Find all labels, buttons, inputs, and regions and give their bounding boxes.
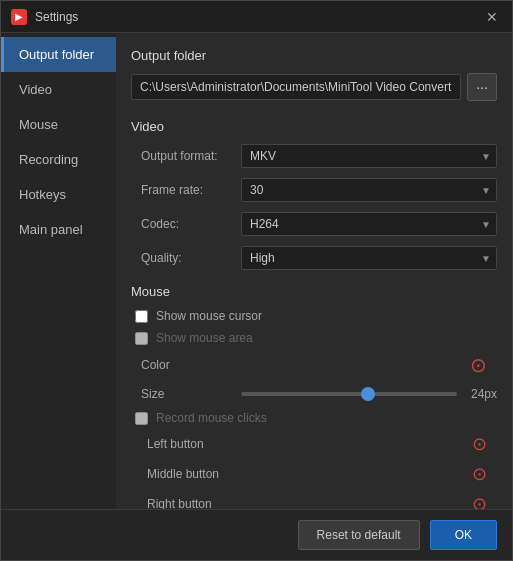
middle-button-icon: ⊙ [472,463,487,485]
right-button-label: Right button [147,497,472,509]
mouse-section-title: Mouse [131,284,497,299]
sidebar-item-video[interactable]: Video [1,72,116,107]
frame-rate-select[interactable]: 30 60 24 [241,178,497,202]
output-format-select[interactable]: MKV MP4 AVI [241,144,497,168]
codec-row: Codec: H264 H265 ▼ [131,212,497,236]
output-format-select-wrapper: MKV MP4 AVI ▼ [241,144,497,168]
sidebar-item-output-folder[interactable]: Output folder [1,37,116,72]
codec-label: Codec: [131,217,241,231]
bottom-bar: Reset to default OK [1,509,512,560]
close-button[interactable]: ✕ [482,7,502,27]
quality-row: Quality: High Medium Low ▼ [131,246,497,270]
frame-rate-select-wrapper: 30 60 24 ▼ [241,178,497,202]
output-folder-title: Output folder [131,48,497,63]
frame-rate-row: Frame rate: 30 60 24 ▼ [131,178,497,202]
show-mouse-cursor-checkbox[interactable] [135,310,148,323]
record-mouse-clicks-row: Record mouse clicks [131,411,497,425]
codec-select-wrapper: H264 H265 ▼ [241,212,497,236]
video-section-title: Video [131,119,497,134]
quality-label: Quality: [131,251,241,265]
right-button-row: Right button ⊙ [131,493,497,509]
show-mouse-area-label: Show mouse area [156,331,253,345]
color-label: Color [141,358,241,372]
show-mouse-area-row: Show mouse area [131,331,497,345]
middle-button-row: Middle button ⊙ [131,463,497,485]
middle-button-label: Middle button [147,467,472,481]
title-bar: ▶ Settings ✕ [1,1,512,33]
left-button-label: Left button [147,437,472,451]
frame-rate-label: Frame rate: [131,183,241,197]
left-button-row: Left button ⊙ [131,433,497,455]
right-button-icon: ⊙ [472,493,487,509]
quality-select-wrapper: High Medium Low ▼ [241,246,497,270]
size-row: Size 24px [131,387,497,401]
show-mouse-cursor-label: Show mouse cursor [156,309,262,323]
app-icon: ▶ [11,9,27,25]
show-mouse-area-checkbox[interactable] [135,332,148,345]
reset-button[interactable]: Reset to default [298,520,420,550]
size-slider[interactable] [241,392,457,396]
quality-select[interactable]: High Medium Low [241,246,497,270]
sidebar-item-main-panel[interactable]: Main panel [1,212,116,247]
size-label: Size [141,387,241,401]
left-button-icon: ⊙ [472,433,487,455]
main-content: Output folder Video Mouse Recording Hotk… [1,33,512,509]
folder-row: C:\Users\Administrator\Documents\MiniToo… [131,73,497,101]
sidebar: Output folder Video Mouse Recording Hotk… [1,33,116,509]
content-area: Output folder C:\Users\Administrator\Doc… [116,33,512,509]
codec-select[interactable]: H264 H265 [241,212,497,236]
browse-button[interactable]: ··· [467,73,497,101]
ok-button[interactable]: OK [430,520,497,550]
record-mouse-clicks-checkbox[interactable] [135,412,148,425]
size-value: 24px [467,387,497,401]
folder-path: C:\Users\Administrator\Documents\MiniToo… [131,74,461,100]
record-mouse-clicks-label: Record mouse clicks [156,411,267,425]
color-row: Color ⊙ [131,353,497,377]
sidebar-item-recording[interactable]: Recording [1,142,116,177]
show-mouse-cursor-row: Show mouse cursor [131,309,497,323]
output-format-row: Output format: MKV MP4 AVI ▼ [131,144,497,168]
window-controls: ✕ [482,7,502,27]
sidebar-item-hotkeys[interactable]: Hotkeys [1,177,116,212]
color-icon[interactable]: ⊙ [470,353,487,377]
sidebar-item-mouse[interactable]: Mouse [1,107,116,142]
window-title: Settings [35,10,474,24]
settings-window: ▶ Settings ✕ Output folder Video Mouse R… [0,0,513,561]
output-format-label: Output format: [131,149,241,163]
